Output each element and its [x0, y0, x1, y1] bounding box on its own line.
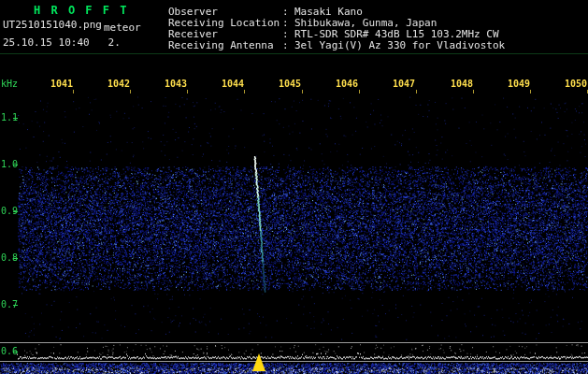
- freq-tick-label: 0.6: [1, 346, 18, 356]
- info-value-antenna: 3el Yagi(V) Az 330 for Vladivostok: [294, 40, 505, 51]
- time-tick-label: 1050: [565, 79, 587, 89]
- time-tick-label: 1046: [336, 79, 358, 89]
- hrofft-output-image: H R O F F T UT2510151040.png meteor 25.1…: [0, 0, 588, 374]
- time-tick-label: 1047: [393, 79, 415, 89]
- freq-tick-label: 1.1: [1, 112, 18, 122]
- y-axis-unit: kHz: [1, 79, 18, 89]
- station-name: meteor: [104, 22, 141, 34]
- freq-tick-label: 0.9: [1, 206, 18, 216]
- time-tick-label: 1041: [50, 79, 73, 89]
- time-tick-label: 1048: [451, 79, 473, 89]
- time-tick-label: 1043: [165, 79, 187, 89]
- freq-tick-label: 0.8: [1, 252, 18, 263]
- info-label-antenna: Receiving Antenna: [168, 40, 274, 51]
- time-tick-label: 1045: [279, 79, 301, 89]
- time-tick-label: 1044: [222, 79, 244, 89]
- output-filename: UT2510151040.png: [3, 20, 102, 31]
- time-tick-label: 1049: [508, 79, 530, 89]
- spectrogram-canvas: [0, 0, 588, 374]
- datetime-label: 25.10.15 10:40 2.: [3, 37, 121, 49]
- freq-tick-label: 0.7: [1, 299, 18, 309]
- time-tick-label: 1042: [108, 79, 130, 89]
- app-title: H R O F F T: [34, 5, 128, 17]
- freq-tick-label: 1.0: [1, 159, 18, 169]
- meteor-marker-flag: [252, 353, 265, 371]
- info-colon: :: [282, 40, 289, 51]
